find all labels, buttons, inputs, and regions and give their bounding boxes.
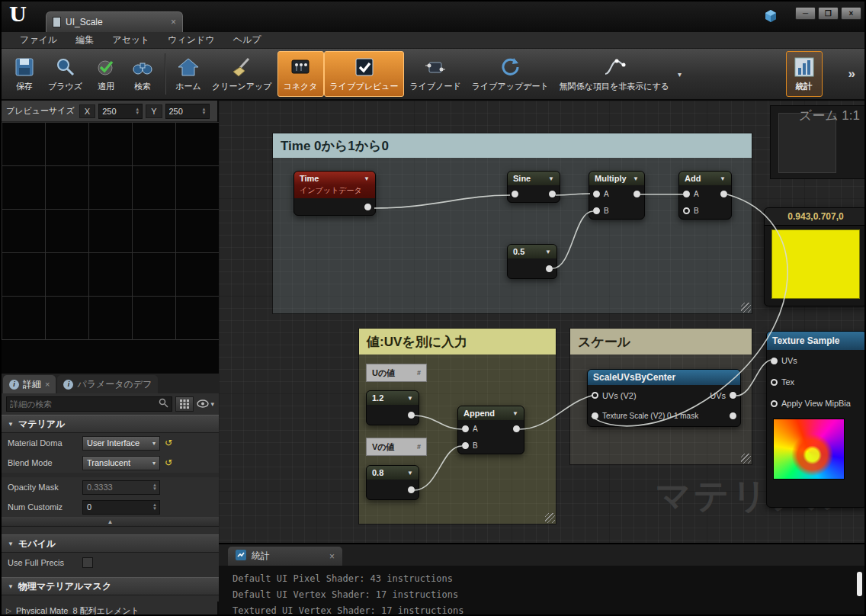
resize-grip-icon[interactable] — [741, 303, 751, 313]
maximize-button[interactable]: ❒ — [818, 7, 839, 20]
node-caret-icon[interactable]: ▼ — [545, 249, 551, 255]
menu-asset[interactable]: アセット — [103, 34, 159, 47]
apply-button[interactable]: 適用 — [88, 51, 124, 97]
section-physical-material-mask[interactable]: ▼ 物理マテリアルマスク — [2, 577, 219, 595]
save-button[interactable]: 保存 — [6, 51, 43, 97]
tab-close-icon[interactable]: × — [171, 17, 176, 27]
node-append[interactable]: Append ▼ A B — [457, 406, 524, 454]
details-search-input[interactable] — [10, 399, 159, 409]
tab-stats[interactable]: 統計 × — [228, 547, 342, 566]
preview-y-field[interactable]: ▲▼ — [165, 104, 210, 119]
node-time[interactable]: Time ▼ インプットデータ — [293, 171, 376, 216]
input-pin-tex[interactable] — [771, 379, 778, 386]
output-pin[interactable] — [408, 486, 415, 493]
stats-button[interactable]: 統計 — [786, 51, 823, 97]
details-search-box[interactable] — [6, 396, 172, 412]
node-constant-08[interactable]: 0.8 ▼ — [366, 465, 419, 500]
live-nodes-button[interactable]: ライブノード — [404, 51, 466, 97]
node-caret-icon[interactable]: ▼ — [720, 175, 726, 182]
toolbar-overflow-icon[interactable]: » — [848, 66, 855, 82]
input-pin-a[interactable] — [462, 425, 469, 432]
view-options-button[interactable]: ▾ — [197, 399, 214, 409]
connectors-button[interactable]: コネクタ — [277, 51, 324, 97]
preview-x-field[interactable]: ▲▼ — [98, 104, 143, 119]
x-spinner[interactable]: ▲▼ — [135, 107, 142, 115]
hide-unrelated-caret-icon[interactable]: ▾ — [675, 70, 685, 79]
menu-edit[interactable]: 編集 — [66, 34, 103, 47]
material-graph-canvas[interactable]: マテリアル ズーム 1:1 Time 0から1から0 値:UVを別に入力 スケー… — [219, 101, 866, 543]
num-customized-field[interactable]: 0 ▲▼ — [82, 500, 160, 515]
live-preview-button[interactable]: ライブプレビュー — [324, 51, 405, 97]
find-button[interactable]: 検索 — [124, 51, 161, 97]
input-pin-b[interactable] — [683, 207, 690, 214]
output-pin[interactable] — [513, 425, 520, 432]
material-preview-viewport[interactable] — [2, 122, 219, 374]
input-pin-a[interactable] — [593, 191, 600, 197]
row-physical-materials[interactable]: ▷ Physical Mate 8 配列エレメント — [2, 602, 219, 616]
input-pin-uvs[interactable] — [771, 358, 778, 364]
node-caret-icon[interactable]: ▼ — [407, 395, 413, 402]
menu-help[interactable]: ヘルプ — [224, 34, 271, 47]
node-constant-05[interactable]: 0.5 ▼ — [507, 244, 557, 279]
label-u-value[interactable]: Uの値 # — [366, 364, 427, 382]
output-pin[interactable] — [408, 412, 415, 419]
minimize-button[interactable]: ─ — [795, 7, 816, 20]
node-caret-icon[interactable]: ▼ — [633, 175, 639, 182]
field-spinner[interactable]: ▲▼ — [152, 503, 159, 511]
input-pin-a[interactable] — [683, 191, 690, 197]
node-sine[interactable]: Sine ▼ — [507, 171, 560, 203]
node-caret-icon[interactable]: ▼ — [407, 470, 413, 476]
input-pin-b[interactable] — [593, 207, 600, 214]
document-tab[interactable]: UI_Scale × — [46, 11, 183, 32]
tab-close-icon[interactable]: × — [329, 551, 335, 562]
output-pin[interactable] — [633, 191, 640, 197]
node-caret-icon[interactable]: ▼ — [548, 175, 554, 182]
menu-window[interactable]: ウィンドウ — [159, 34, 223, 47]
reset-to-default-icon[interactable]: ↺ — [165, 457, 172, 468]
label-v-value[interactable]: Vの値 # — [366, 438, 427, 456]
menu-file[interactable]: ファイル — [11, 34, 66, 47]
resize-grip-icon[interactable] — [545, 513, 555, 523]
node-constant-12[interactable]: 1.2 ▼ — [366, 390, 419, 425]
input-pin-uvs[interactable] — [592, 392, 598, 399]
browse-button[interactable]: ブラウズ — [43, 51, 88, 97]
blend-mode-select[interactable]: Translucent ▾ — [82, 456, 160, 470]
output-pin[interactable] — [720, 191, 727, 197]
node-scale-uvs-by-center[interactable]: ScaleUVsByCenter UVs (V2) UVs Texture Sc… — [587, 369, 741, 427]
home-button[interactable]: ホーム — [170, 51, 207, 97]
node-caret-icon[interactable]: ▼ — [512, 410, 518, 417]
y-spinner[interactable]: ▲▼ — [202, 107, 209, 115]
input-pin-mip[interactable] — [771, 400, 778, 407]
full-precision-checkbox[interactable] — [82, 557, 93, 568]
section-material[interactable]: ▼ マテリアル — [2, 415, 219, 433]
input-pin[interactable] — [512, 191, 518, 197]
output-pin-uvs[interactable] — [730, 392, 736, 399]
tab-parameter-defaults[interactable]: i パラメータのデフ — [57, 375, 158, 393]
live-update-button[interactable]: ライブアップデート — [467, 51, 554, 97]
preview-y-input[interactable] — [166, 107, 202, 116]
hide-unrelated-button[interactable]: 無関係な項目を非表示にする — [554, 51, 675, 97]
input-pin-texture-scale[interactable] — [592, 412, 598, 419]
expand-arrow-icon[interactable]: ▷ — [6, 607, 11, 614]
input-pin-b[interactable] — [462, 442, 469, 449]
material-domain-select[interactable]: User Interface ▾ — [82, 436, 160, 451]
output-pin-mask[interactable] — [730, 412, 736, 419]
preview-x-input[interactable] — [99, 107, 135, 116]
close-button[interactable]: × — [841, 7, 861, 20]
stats-scrollbar[interactable] — [857, 572, 862, 596]
resize-grip-icon[interactable] — [741, 454, 751, 464]
node-caret-icon[interactable]: ▼ — [364, 175, 370, 182]
reset-to-default-icon[interactable]: ↺ — [165, 438, 172, 448]
cleanup-button[interactable]: クリーンアップ — [207, 51, 277, 97]
node-multiply[interactable]: Multiply ▼ A B — [589, 171, 645, 220]
tab-close-icon[interactable]: × — [45, 380, 50, 389]
section-expander[interactable]: ▲ — [2, 517, 219, 527]
grid-view-button[interactable] — [175, 396, 194, 412]
comment-time[interactable]: Time 0から1から0 — [272, 133, 752, 314]
output-pin[interactable] — [549, 191, 556, 197]
section-mobile[interactable]: ▼ モバイル — [2, 534, 219, 553]
tab-details[interactable]: i 詳細 × — [3, 375, 56, 393]
node-constant-vector[interactable]: 0.943,0.707,0 — [764, 207, 866, 306]
marketplace-cube-icon[interactable] — [764, 9, 778, 26]
stats-output[interactable]: Default UI Pixel Shader: 43 instructions… — [219, 566, 866, 616]
